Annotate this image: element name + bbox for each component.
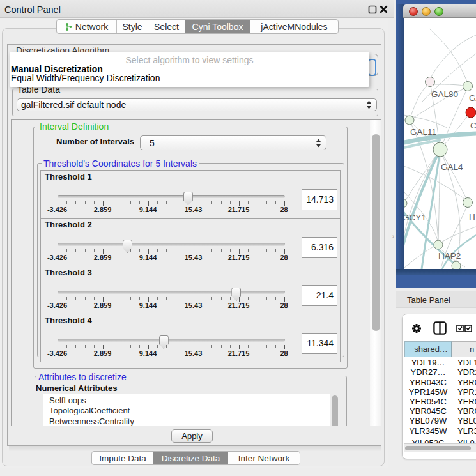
svg-text:GAL11: GAL11	[410, 127, 436, 137]
svg-text:GCY1: GCY1	[404, 213, 426, 222]
svg-text:GA: GA	[469, 93, 476, 103]
svg-text:HAP2: HAP2	[438, 251, 461, 261]
svg-text:C: C	[470, 121, 476, 130]
svg-text:H: H	[469, 212, 475, 222]
svg-text:GAL80: GAL80	[431, 89, 458, 99]
svg-text:GAL4: GAL4	[441, 162, 463, 172]
